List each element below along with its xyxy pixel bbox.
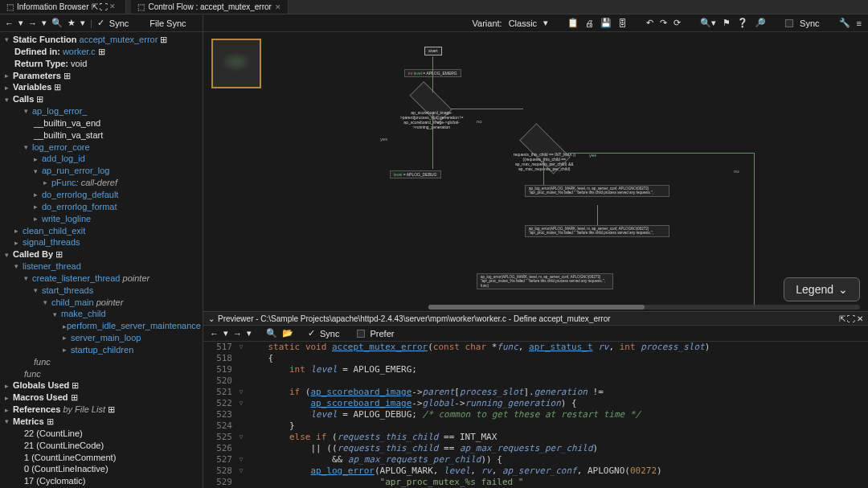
tree-link[interactable]: create_listener_thread	[32, 273, 120, 285]
sync-label[interactable]: Sync	[109, 18, 129, 28]
fold-icon[interactable]: ▽	[235, 454, 247, 465]
star-icon[interactable]: ★	[68, 18, 76, 28]
tree-link[interactable]: signal_threads	[23, 236, 80, 248]
flow-node[interactable]: ap_log_error(APLOG_MARK, level, rv, ap_s…	[477, 273, 613, 289]
menu-icon[interactable]: ≡	[857, 18, 862, 28]
open-icon[interactable]: 📂	[282, 328, 293, 338]
fold-icon[interactable]: ▽	[235, 398, 247, 409]
undo-icon[interactable]: ↶	[646, 18, 653, 28]
code-line[interactable]: 526 || ((requests_this_child == ap_max_r…	[203, 443, 868, 454]
code-line[interactable]: 523 level = APLOG_DEBUG; /* common to ge…	[203, 409, 868, 420]
redo-icon[interactable]: ↷	[660, 18, 667, 28]
flow-node[interactable]: ap_log_error(APLOG_MARK, level, rv, ap_s…	[525, 225, 669, 237]
chevron-down-icon[interactable]: ▾	[543, 18, 548, 28]
flow-node[interactable]: level = APLOG_DEBUG	[390, 170, 441, 178]
sync-check[interactable]: ✓	[97, 18, 104, 28]
chevron-down-icon[interactable]: ⌄	[208, 314, 215, 323]
help-icon[interactable]: ❔	[737, 18, 748, 28]
calls-node[interactable]: Calls	[13, 93, 34, 105]
metrics-node[interactable]: Metrics	[13, 416, 44, 428]
defined-in-value[interactable]: worker.c	[63, 46, 96, 58]
tree-link[interactable]: ap_run_error_log	[42, 165, 109, 177]
code-line[interactable]: 520	[203, 375, 868, 387]
flag-icon[interactable]: ⚑	[723, 18, 731, 28]
flow-node[interactable]: ap_log_error(APLOG_MARK, level, rv, ap_s…	[525, 185, 669, 197]
sync-checkbox[interactable]	[785, 19, 793, 27]
variant-value[interactable]: Classic	[509, 18, 537, 28]
dropdown-icon[interactable]: ▾	[80, 18, 85, 28]
tree-link[interactable]: pFunc	[51, 177, 76, 189]
code-view[interactable]: 517▽ static void accept_mutex_error(cons…	[203, 342, 868, 488]
close-icon[interactable]: ✕	[109, 2, 116, 11]
search-icon[interactable]: 🔍	[51, 18, 63, 28]
options-icon[interactable]: ⊞	[160, 34, 167, 46]
wrench-icon[interactable]: 🔧	[839, 18, 850, 28]
copy-icon[interactable]: 📋	[567, 18, 579, 28]
fold-icon[interactable]: ▽	[235, 465, 247, 477]
code-line[interactable]: 528▽ ap_log_error(APLOG_MARK, level, rv,…	[203, 465, 868, 477]
entity-name[interactable]: accept_mutex_error	[80, 34, 158, 46]
zoom-icon[interactable]: 🔍▾	[700, 18, 716, 28]
code-line[interactable]: 525▽ else if (requests_this_child == INT…	[203, 432, 868, 443]
pin-icon[interactable]: ⇱	[839, 314, 845, 323]
tree-link[interactable]: perform_idle_server_maintenance	[67, 320, 201, 332]
tree-link[interactable]: add_log_id	[42, 153, 85, 165]
prefer-checkbox[interactable]	[357, 330, 365, 338]
tree-link[interactable]: write_logline	[42, 213, 91, 225]
code-line[interactable]: 522▽ ap_scoreboard_image->global->runnin…	[203, 398, 868, 409]
save-icon[interactable]: 💾	[600, 18, 612, 28]
code-line[interactable]: 524 }	[203, 420, 868, 432]
called-by-node[interactable]: Called By	[13, 248, 53, 260]
dropdown-icon[interactable]: ▾	[223, 328, 228, 338]
close-icon[interactable]: ✕	[857, 314, 863, 323]
horizontal-scrollbar[interactable]	[428, 305, 860, 310]
dropdown-icon[interactable]: ▾	[42, 18, 47, 28]
dropdown-icon[interactable]: ▾	[247, 328, 252, 338]
flow-decision[interactable]: ap_scoreboard_image->parent[process_slot…	[409, 81, 452, 124]
tree-item[interactable]: __builtin_va_end	[34, 117, 100, 129]
filesync-label[interactable]: File Sync	[149, 18, 186, 28]
forward-icon[interactable]: →	[28, 18, 37, 28]
tree-link[interactable]: log_error_core	[32, 141, 90, 154]
minimap[interactable]	[211, 39, 261, 88]
tree-item[interactable]: __builtin_va_start	[34, 129, 103, 141]
sync-check[interactable]: ✓	[308, 328, 315, 338]
flow-decision[interactable]: requests_this_child == INT_MAX || ((requ…	[519, 123, 571, 174]
tree-link[interactable]: clean_child_exit	[23, 225, 85, 237]
code-line[interactable]: 518 {	[203, 353, 868, 364]
code-line[interactable]: 521▽ if (ap_scoreboard_image->parent[pro…	[203, 387, 868, 398]
tree-link[interactable]: do_errorlog_default	[42, 189, 118, 201]
tree-link[interactable]: ap_log_error_	[32, 105, 88, 117]
tab-control-flow[interactable]: ⬚ Control Flow : accept_mutex_error ✕	[131, 0, 288, 14]
fold-icon[interactable]: ▽	[235, 387, 247, 398]
print-icon[interactable]: 🖨	[585, 18, 594, 28]
code-line[interactable]: 529 "apr_proc_mutex_%s failed "	[203, 477, 868, 488]
tree-link[interactable]: server_main_loop	[71, 332, 141, 344]
references-node[interactable]: References	[13, 404, 60, 416]
tree-link[interactable]: listener_thread	[23, 260, 81, 273]
flow-start[interactable]: start	[424, 47, 442, 55]
tree-link[interactable]: make_child	[61, 308, 106, 320]
tab-info-browser[interactable]: ⬚ Information Browser ⇱ ⛶ ✕	[0, 0, 126, 14]
legend-button[interactable]: Legend ⌄	[784, 277, 860, 301]
search-graph-icon[interactable]: 🔎	[755, 18, 766, 28]
fold-icon[interactable]: ▽	[235, 342, 247, 353]
forward-icon[interactable]: →	[233, 329, 242, 338]
macros-node[interactable]: Macros Used	[13, 392, 68, 404]
tree-link[interactable]: do_errorlog_format	[42, 201, 117, 213]
controlflow-canvas[interactable]: start int level = APLOG_EMERG ap_scorebo…	[203, 32, 868, 311]
tree-link[interactable]: start_threads	[42, 285, 93, 297]
variables-node[interactable]: Variables	[13, 81, 51, 93]
fold-icon[interactable]: ▽	[235, 432, 247, 443]
code-line[interactable]: 527▽ && ap_max_requests_per_child)) {	[203, 454, 868, 465]
info-tree[interactable]: ▾Static Function accept_mutex_error ⊞ De…	[0, 32, 203, 488]
globals-node[interactable]: Globals Used	[13, 379, 69, 392]
back-icon[interactable]: ←	[210, 329, 219, 338]
tree-link[interactable]: startup_children	[71, 344, 133, 356]
expand-icon[interactable]: ⛶	[100, 2, 108, 11]
code-line[interactable]: 519 int level = APLOG_EMERG;	[203, 364, 868, 375]
search-icon[interactable]: 🔍	[266, 328, 277, 338]
close-icon[interactable]: ✕	[275, 3, 281, 11]
expand-icon[interactable]: ⛶	[847, 314, 855, 323]
back-icon[interactable]: ←	[5, 18, 14, 28]
